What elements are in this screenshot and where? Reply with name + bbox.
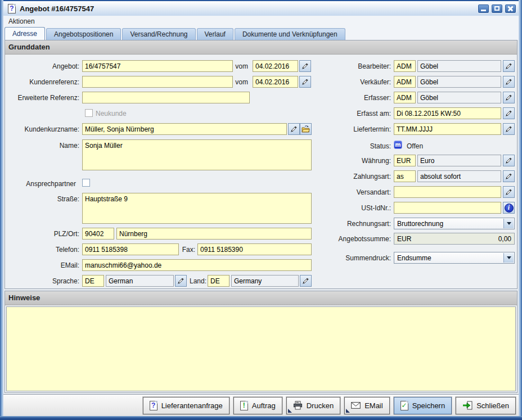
angebot-label: Angebot:	[7, 62, 79, 70]
pen-icon	[505, 173, 512, 180]
document-question-icon: ?	[8, 4, 16, 13]
drucken-button[interactable]: Drucken	[286, 397, 340, 414]
pen-icon	[505, 110, 512, 117]
menu-corner-icon	[288, 409, 292, 413]
sprache-pick-button[interactable]	[175, 275, 187, 287]
window-frame-bottom	[0, 416, 522, 420]
waehrung-code-input[interactable]: EUR	[394, 155, 416, 166]
maximize-button[interactable]	[491, 4, 503, 13]
erfasst-am-pick-button[interactable]	[503, 107, 515, 119]
sprache-code-input[interactable]: DE	[82, 275, 104, 287]
zahlungsart-code-input[interactable]: as	[394, 170, 416, 182]
tab-verlauf[interactable]: Verlauf	[197, 28, 233, 40]
minimize-button[interactable]	[478, 4, 489, 13]
name-label: Name:	[7, 142, 79, 150]
tab-angebotspositionen[interactable]: Angebotspositionen	[46, 28, 121, 40]
kundenreferenz-vom-label: vom	[231, 78, 248, 86]
fax-input[interactable]: 0911 5185390	[197, 243, 312, 255]
erfasser-pick-button[interactable]	[503, 92, 515, 103]
erweiterte-referenz-label: Erweiterte Referenz:	[7, 94, 79, 102]
angebot-date-input[interactable]: 04.02.2016	[253, 60, 298, 72]
liefertermin-input[interactable]: TT.MM.JJJJ	[394, 123, 501, 135]
waehrung-name-field: Euro	[417, 155, 501, 166]
kundenkurzname-pick-button[interactable]	[288, 123, 300, 135]
waehrung-pick-button[interactable]	[503, 155, 515, 166]
pen-icon	[505, 188, 512, 196]
erfasst-am-input[interactable]: Di 08.12.2015 KW:50	[394, 107, 501, 119]
ust-idnr-info-button[interactable]: i	[503, 202, 515, 214]
plz-input[interactable]: 90402	[82, 228, 114, 240]
status-icon: m	[394, 141, 402, 149]
tab-versand-rechnung[interactable]: Versand/Rechnung	[122, 28, 195, 40]
speichern-button[interactable]: ✓ Speichern	[394, 397, 452, 414]
footer-button-bar: ? Lieferantenanfrage ! Auftrag Drucken E…	[3, 394, 519, 416]
close-button[interactable]	[505, 4, 516, 13]
auftrag-button[interactable]: ! Auftrag	[233, 397, 282, 414]
tab-adresse[interactable]: Adresse	[4, 27, 45, 40]
telefon-input[interactable]: 0911 5185398	[82, 243, 179, 255]
versandart-label: Versandart:	[309, 188, 391, 196]
pen-icon	[505, 157, 512, 164]
schliessen-button[interactable]: Schließen	[456, 397, 516, 414]
menu-aktionen[interactable]: Aktionen	[8, 17, 35, 25]
angebotssumme-label: Angebotssumme:	[309, 235, 391, 243]
email-button[interactable]: EMail	[344, 397, 390, 414]
lieferantenanfrage-button[interactable]: ? Lieferantenanfrage	[143, 397, 230, 414]
verkaeufer-label: Verkäufer:	[309, 78, 391, 86]
name-textarea[interactable]: Sonja Müller	[82, 139, 312, 170]
bearbeiter-code-input[interactable]: ADM	[394, 60, 416, 72]
liefertermin-pick-button[interactable]	[503, 123, 515, 135]
status-value: Offen	[407, 142, 440, 150]
summendruck-dropdown-button[interactable]	[503, 253, 514, 263]
pen-icon	[302, 277, 309, 284]
kundenreferenz-label: Kundenreferenz:	[7, 78, 79, 86]
erweiterte-referenz-input[interactable]	[82, 92, 250, 103]
erfasser-code-input[interactable]: ADM	[394, 92, 416, 103]
window-frame-left	[0, 0, 3, 420]
summendruck-label: Summendruck:	[309, 254, 391, 262]
land-pick-button[interactable]	[300, 275, 312, 287]
kundenkurzname-input[interactable]: Müller, Sonja Nürnberg	[82, 123, 287, 135]
bearbeiter-label: Bearbeiter:	[309, 62, 391, 70]
zahlungsart-name-field: absolut sofort	[417, 170, 501, 182]
hinweise-textarea[interactable]	[6, 306, 516, 391]
land-label: Land:	[188, 277, 206, 285]
kundenreferenz-date-input[interactable]: 04.02.2016	[253, 76, 298, 88]
pen-icon	[505, 94, 512, 101]
window-frame-right	[519, 0, 522, 420]
verkaeufer-pick-button[interactable]	[503, 76, 515, 88]
grunddaten-header: Grunddaten	[5, 40, 517, 55]
land-code-input[interactable]: DE	[208, 275, 230, 287]
versandart-pick-button[interactable]	[503, 186, 515, 198]
ust-idnr-input[interactable]	[394, 202, 501, 214]
angebotssumme-currency: EUR	[397, 235, 411, 244]
pen-icon	[290, 125, 298, 133]
document-exclamation-icon: !	[240, 401, 248, 410]
rechnungsart-select[interactable]: Bruttorechnung	[394, 218, 515, 229]
versandart-input[interactable]	[394, 186, 501, 198]
neukunde-label: Neukunde	[96, 110, 141, 118]
verkaeufer-code-input[interactable]: ADM	[394, 76, 416, 88]
ansprechpartner-checkbox[interactable]	[82, 179, 90, 187]
grunddaten-panel: Grunddaten Angebot: 16/4757547 vom 04.02…	[4, 40, 518, 289]
erfasst-am-label: Erfasst am:	[309, 110, 391, 118]
sprache-name-field: German	[106, 275, 174, 287]
strasse-label: Straße:	[7, 195, 79, 203]
document-question-icon: ?	[150, 401, 158, 410]
angebot-input[interactable]: 16/4757547	[82, 60, 233, 72]
maximize-icon	[494, 6, 500, 11]
rechnungsart-value: Bruttorechnung	[397, 220, 443, 228]
neukunde-checkbox	[85, 109, 93, 117]
zahlungsart-pick-button[interactable]	[503, 170, 515, 182]
kundenreferenz-input[interactable]	[82, 76, 233, 88]
rechnungsart-dropdown-button[interactable]	[503, 219, 514, 228]
ort-input[interactable]: Nürnberg	[116, 228, 312, 240]
bearbeiter-pick-button[interactable]	[503, 60, 515, 72]
strasse-textarea[interactable]: Hauptstraße 9	[82, 193, 312, 224]
tab-dokumente[interactable]: Dokumente und Verknüpfungen	[235, 28, 345, 40]
hinweise-panel: Hinweise	[4, 291, 518, 393]
summendruck-select[interactable]: Endsumme	[394, 252, 515, 264]
document-check-icon: ✓	[400, 401, 408, 410]
email-input[interactable]: manuschmi66@yahoo.de	[82, 259, 312, 271]
pen-icon	[302, 62, 309, 70]
